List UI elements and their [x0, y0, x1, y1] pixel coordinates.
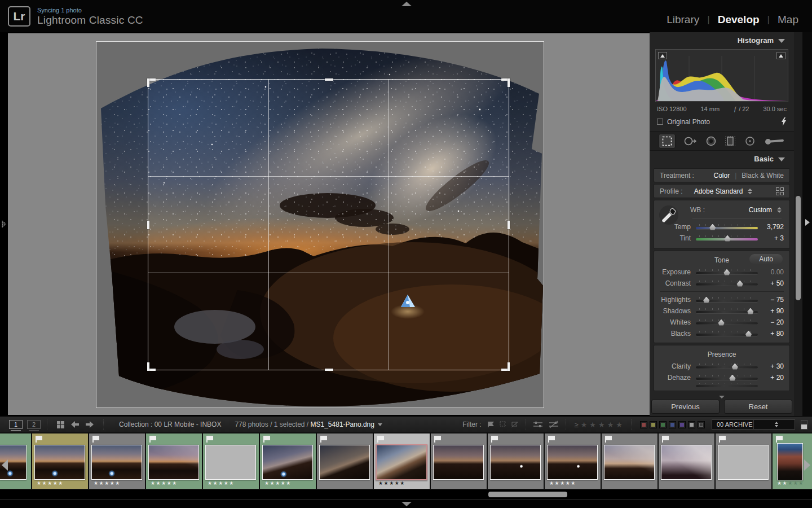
- pick-flag-icon[interactable]: [548, 436, 556, 443]
- module-library[interactable]: Library: [667, 14, 699, 26]
- pick-flag-icon[interactable]: [149, 436, 157, 443]
- pick-flag-icon[interactable]: [776, 436, 784, 443]
- thumbnail-image[interactable]: [376, 444, 427, 480]
- graduated-filter-button[interactable]: [725, 135, 736, 147]
- thumbnail-rating[interactable]: ★★★★★: [264, 480, 292, 486]
- temp-track[interactable]: [696, 227, 758, 229]
- contrast-track[interactable]: [696, 283, 758, 286]
- reset-button[interactable]: Reset: [724, 400, 792, 414]
- crop-handle[interactable]: [325, 369, 333, 371]
- crop-handle[interactable]: [508, 362, 510, 371]
- crop-rectangle[interactable]: [148, 79, 509, 370]
- thumbnail-rating[interactable]: ★★★★★: [37, 480, 64, 486]
- blacks-track[interactable]: [696, 334, 758, 336]
- panel-resize-icon[interactable]: [650, 395, 794, 400]
- pick-flag-icon[interactable]: [92, 436, 100, 443]
- contrast-thumb[interactable]: [736, 281, 743, 287]
- flash-icon[interactable]: [781, 117, 787, 126]
- crop-handle[interactable]: [325, 78, 333, 81]
- filmstrip-thumbnail-selected[interactable]: ★★★★★: [374, 433, 430, 489]
- thumbnail-image[interactable]: [490, 445, 541, 480]
- second-window-button[interactable]: 2: [27, 420, 41, 429]
- gray-label-filter[interactable]: [688, 421, 695, 428]
- blacks-thumb[interactable]: [745, 331, 752, 337]
- yellow-label-filter[interactable]: [650, 421, 657, 428]
- go-back-icon[interactable]: [70, 421, 80, 428]
- filmstrip-source-dropdown[interactable]: 00 ARCHIVE: [712, 419, 795, 430]
- wb-select[interactable]: Custom: [749, 206, 772, 214]
- thumbnail-image[interactable]: [547, 445, 598, 480]
- crop-handle[interactable]: [508, 78, 510, 87]
- treatment-color-option[interactable]: Color: [713, 172, 730, 179]
- thumbnail-image[interactable]: [777, 443, 803, 480]
- thumbnail-image[interactable]: [148, 445, 199, 480]
- whites-track[interactable]: [696, 322, 758, 325]
- updown-icon[interactable]: [748, 189, 752, 194]
- pick-flag-icon[interactable]: [434, 436, 442, 443]
- updown-icon[interactable]: [777, 207, 782, 213]
- grid-view-icon[interactable]: [57, 421, 64, 428]
- shadows-track[interactable]: [696, 311, 758, 313]
- adjustment-brush-button[interactable]: [764, 136, 785, 146]
- clarity-track[interactable]: [696, 366, 758, 369]
- thumbnail-image[interactable]: [604, 445, 655, 480]
- treatment-bw-option[interactable]: Black & White: [742, 172, 784, 179]
- thumbnail-rating[interactable]: ★★★★★: [378, 480, 405, 486]
- edit-filter-icon[interactable]: [532, 421, 544, 428]
- clarity-thumb[interactable]: [731, 364, 738, 370]
- spot-removal-button[interactable]: [683, 136, 697, 146]
- filmstrip-thumbnail[interactable]: [431, 433, 487, 489]
- highlights-thumb[interactable]: [703, 297, 710, 303]
- filmstrip-thumbnail[interactable]: [602, 433, 657, 489]
- collapse-right-panel-icon[interactable]: [805, 219, 810, 226]
- green-label-filter[interactable]: [659, 421, 667, 428]
- crop-handle[interactable]: [147, 221, 149, 229]
- highlight-clipping-indicator[interactable]: [776, 52, 785, 59]
- rejected-filter-icon[interactable]: [511, 421, 519, 428]
- pick-flag-icon[interactable]: [320, 436, 328, 443]
- flagged-filter-icon[interactable]: [487, 421, 496, 428]
- dehaze-thumb[interactable]: [729, 375, 736, 381]
- filmstrip-thumbnail[interactable]: ★★★★★: [545, 433, 601, 489]
- red-eye-button[interactable]: [705, 135, 717, 147]
- pick-flag-icon[interactable]: [206, 436, 214, 443]
- develop-canvas[interactable]: [8, 33, 650, 415]
- radial-filter-button[interactable]: [744, 135, 756, 147]
- thumbnail-image[interactable]: [433, 445, 484, 480]
- rating-operator[interactable]: ≥: [575, 421, 579, 429]
- dehaze-track[interactable]: [696, 378, 758, 380]
- collapse-filmstrip-icon[interactable]: [401, 502, 412, 506]
- module-map[interactable]: Map: [778, 14, 798, 26]
- filmstrip-thumbnail[interactable]: [317, 433, 373, 489]
- updown-icon[interactable]: [753, 420, 795, 429]
- pick-flag-icon[interactable]: [719, 436, 727, 443]
- temp-thumb[interactable]: [709, 224, 716, 230]
- filmstrip-thumbnail[interactable]: ★★★★★: [146, 433, 202, 489]
- scrollbar-thumb[interactable]: [796, 196, 801, 300]
- filmstrip-thumbnail[interactable]: ★★★★★: [89, 433, 145, 489]
- main-window-button[interactable]: 1: [9, 420, 23, 429]
- unedited-filter-icon[interactable]: [548, 421, 559, 428]
- thumbnail-image[interactable]: [319, 445, 370, 480]
- filmstrip-thumbnail[interactable]: [716, 433, 771, 489]
- star-rating-filter[interactable]: ★★★★★: [581, 421, 625, 429]
- red-label-filter[interactable]: [640, 421, 647, 428]
- filter-toggle-switch[interactable]: [801, 420, 807, 430]
- profile-select[interactable]: Adobe Standard: [694, 187, 743, 195]
- pick-flag-icon[interactable]: [36, 436, 43, 443]
- filmstrip-thumbnail[interactable]: ★★★★★: [32, 433, 88, 489]
- shadow-clipping-indicator[interactable]: [658, 52, 667, 59]
- wb-eyedropper-icon[interactable]: [658, 204, 679, 226]
- exposure-track[interactable]: [696, 272, 758, 274]
- thumbnail-image[interactable]: [91, 445, 142, 480]
- thumbnail-rating[interactable]: ★★★★★: [549, 480, 576, 486]
- pick-flag-icon[interactable]: [377, 436, 385, 443]
- selection-status[interactable]: 778 photos / 1 selected / MS1_5481-Pano.…: [235, 421, 382, 428]
- whites-thumb[interactable]: [718, 319, 725, 326]
- crop-handle[interactable]: [508, 221, 510, 229]
- crop-handle[interactable]: [147, 362, 149, 371]
- collection-breadcrumb[interactable]: Collection : 00 LR Mobile - INBOX: [119, 421, 221, 428]
- purple-label-filter[interactable]: [678, 421, 686, 428]
- thumbnail-placeholder[interactable]: [205, 445, 256, 480]
- expand-left-panel-icon[interactable]: [2, 220, 7, 228]
